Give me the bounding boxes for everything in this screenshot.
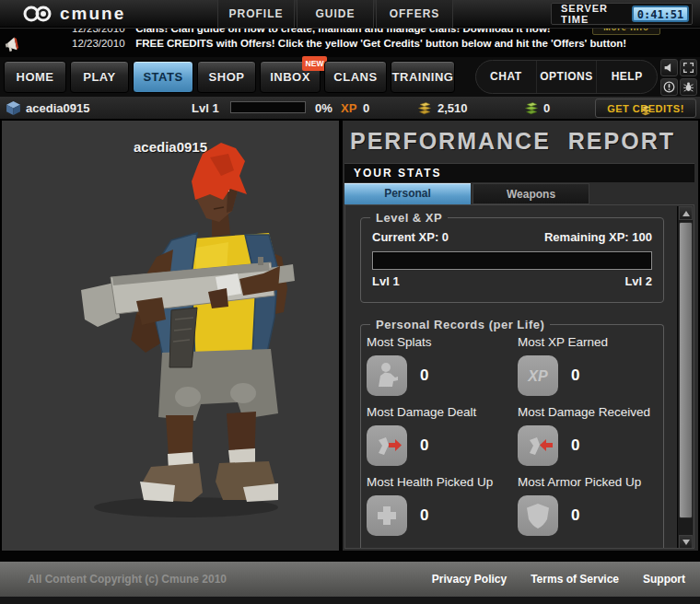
tab-personal[interactable]: Personal [344,183,471,204]
xp-progress-bar [372,251,652,270]
tab-guide[interactable]: GUIDE [297,0,374,28]
ticker-date: 12/23/2010 [72,38,133,49]
help-button[interactable]: HELP [596,61,657,93]
svg-text:XP: XP [527,368,548,384]
record-most-xp: Most XP Earned XP 0 [518,335,663,396]
player-bar: acedia0915 Lvl 1 0% XP 0 2,510 0 [0,97,700,121]
splats-soldier-icon [367,355,407,396]
record-health-picked-up: Most Health Picked Up 0 [367,475,512,536]
rank-cube-icon [6,100,21,116]
fullscreen-icon [682,62,694,74]
level-xp-section: Level & XP Current XP: 0 Remaining XP: 1… [360,211,664,303]
copyright-text: All Content Copyright (c) Cmune 2010 [28,573,432,586]
main-nav: HOME PLAY STATS SHOP INBOX NEW CLANS TRA… [0,57,700,97]
personal-records-legend: Personal Records (per Life) [370,318,550,331]
scroll-up-button[interactable] [679,206,693,220]
cmune-logo[interactable]: cmune [22,2,125,26]
infinity-logo-icon [22,4,53,24]
server-time-label: SERVER TIME [552,3,632,25]
character-render [2,121,339,551]
support-link[interactable]: Support [643,573,685,586]
record-damage-dealt: Most Damage Dealt 0 [367,405,512,466]
damage-received-icon [518,425,558,466]
ticker-message-row: 12/23/2010 FREE CREDITS with Offers! Cli… [72,38,698,52]
xp-value: 0 [363,101,369,115]
nav-home[interactable]: HOME [4,61,66,93]
current-xp-text: Current XP: 0 [372,230,449,244]
player-level-label: Lvl 1 [192,101,219,115]
ticker-message-row: 12/23/2010 Clans! Clan guide on how to c… [72,28,698,38]
get-credits-icon [638,104,653,117]
credits-icon [416,100,433,116]
points-icon [523,100,540,116]
bottom-strip [0,597,700,604]
stats-scroll-area: Level & XP Current XP: 0 Remaining XP: 1… [344,204,694,549]
level-to-label: Lvl 2 [624,274,652,288]
xp-badge-icon: XP [518,355,558,396]
footer: All Content Copyright (c) Cmune 2010 Pri… [0,562,700,597]
ticker-text: Clans! Clan guide on how to create, main… [135,28,550,34]
character-viewer[interactable]: acedia0915 [2,121,339,551]
ticker-text: FREE CREDITS with Offers! Click the yell… [135,38,626,49]
main-content: acedia0915 [0,121,700,551]
tab-profile[interactable]: PROFILE [217,0,295,28]
record-armor-picked-up: Most Armor Picked Up 0 [518,475,663,536]
player-username: acedia0915 [26,101,89,115]
stats-scrollbar [677,206,693,549]
xp-percent: 0% [315,101,332,115]
scroll-down-button[interactable] [679,535,693,549]
player-xp-bar [230,101,306,113]
ticker-more-info-button[interactable]: More Info [592,28,660,35]
bug-icon [682,81,694,93]
scrollbar-thumb[interactable] [679,222,693,518]
system-menu: CHAT OPTIONS HELP [475,60,658,94]
speaker-icon [663,62,675,74]
armor-shield-icon [518,495,558,536]
nav-training[interactable]: TRAINING [391,61,455,93]
exclamation-icon [663,81,675,93]
mute-button[interactable] [660,59,678,76]
xp-label: XP [341,101,356,115]
privacy-policy-link[interactable]: Privacy Policy [432,573,507,586]
points-value: 0 [543,101,550,115]
tab-offers[interactable]: OFFERS [376,0,453,28]
top-header: cmune PROFILE GUIDE OFFERS SERVER TIME 0… [0,0,700,28]
level-from-label: Lvl 1 [372,274,400,288]
record-damage-received: Most Damage Received 0 [518,405,663,466]
get-credits-button[interactable]: GET CREDITS! [595,99,696,118]
server-time-box: SERVER TIME 0:41:51 [551,3,693,25]
footer-divider [0,551,700,562]
bug-report-button[interactable] [680,78,697,96]
nav-shop[interactable]: SHOP [197,61,256,93]
server-time-value: 0:41:51 [632,6,689,22]
megaphone-icon [4,35,22,53]
fullscreen-button[interactable] [680,59,697,76]
health-cross-icon [367,495,407,536]
options-button[interactable]: OPTIONS [536,61,597,93]
chat-button[interactable]: CHAT [476,61,536,93]
nav-clans[interactable]: CLANS [324,61,387,93]
record-most-splats: Most Splats 0 [367,335,512,396]
inbox-new-badge: NEW [302,56,327,71]
nav-stats[interactable]: STATS [133,61,193,93]
personal-records-section: Personal Records (per Life) Most Splats [360,318,664,549]
ticker-date: 12/23/2010 [72,28,133,34]
tab-weapons[interactable]: Weapons [472,183,589,204]
terms-of-service-link[interactable]: Terms of Service [531,573,619,586]
your-stats-header: YOUR STATS [344,163,694,182]
news-ticker: 12/23/2010 Clans! Clan guide on how to c… [0,28,700,57]
performance-panel: PERFORMANCE REPORT YOUR STATS Personal W… [343,121,698,551]
remaining-xp-text: Remaining XP: 100 [544,230,652,244]
brand-text: cmune [60,4,125,24]
cmune-game-window: cmune PROFILE GUIDE OFFERS SERVER TIME 0… [0,0,700,604]
damage-dealt-icon [367,425,407,466]
performance-title: PERFORMANCE REPORT [350,128,675,155]
level-xp-legend: Level & XP [370,211,448,225]
alert-button[interactable] [660,78,678,96]
nav-play[interactable]: PLAY [70,61,129,93]
credits-value: 2,510 [438,101,468,115]
